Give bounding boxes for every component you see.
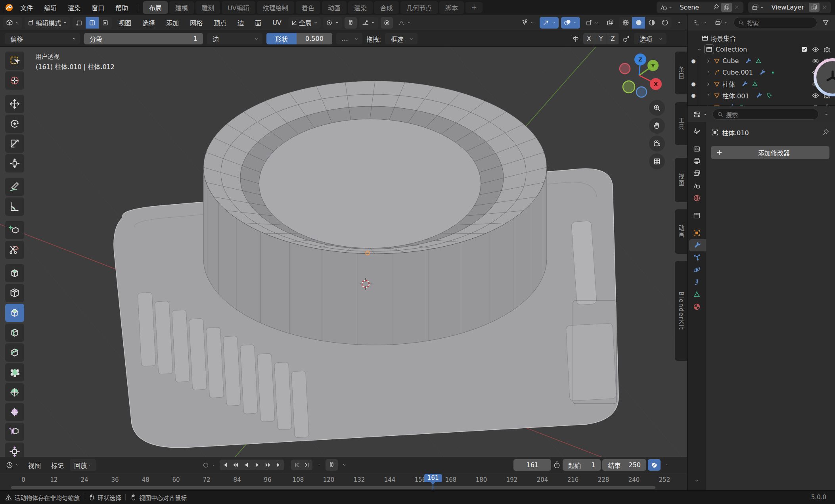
properties-tabs-overflow[interactable]: [688, 475, 706, 487]
start-frame-field[interactable]: 起始1: [563, 459, 601, 471]
properties-tab-scene[interactable]: [688, 180, 706, 192]
affect-dropdown[interactable]: 边: [207, 33, 262, 44]
shading-wireframe-button[interactable]: [619, 17, 632, 29]
scene-unlink-button[interactable]: [732, 4, 742, 11]
object-row-1[interactable]: ●Cube: [688, 55, 835, 67]
face-select-button[interactable]: [99, 17, 112, 29]
timeline-keying-button[interactable]: [648, 459, 661, 471]
viewport-menu-3[interactable]: 网格: [186, 17, 207, 29]
timeline-scrollbar[interactable]: [11, 486, 655, 489]
properties-pin-button[interactable]: [822, 128, 829, 136]
frame-step-dropdown[interactable]: [314, 459, 324, 471]
scene-name[interactable]: Scene: [675, 4, 711, 11]
tool-extrude[interactable]: [5, 264, 24, 282]
timeline-keying-dropdown[interactable]: [662, 459, 672, 471]
properties-tab-world[interactable]: [688, 192, 706, 204]
play-reverse-button[interactable]: [241, 460, 252, 470]
scene-pin-button[interactable]: [711, 4, 721, 11]
workspace-tab-7[interactable]: 渲染: [348, 1, 373, 14]
viewport-ortho-button[interactable]: [649, 153, 665, 169]
end-frame-field[interactable]: 结束250: [602, 459, 646, 471]
viewport-menu-4[interactable]: 顶点: [209, 17, 231, 29]
object-row-5[interactable]: [688, 101, 835, 105]
prev-frame-button[interactable]: [291, 460, 302, 470]
properties-tab-modifier[interactable]: [689, 239, 706, 251]
workspace-tab-3[interactable]: UV编辑: [222, 1, 255, 14]
tool-scale[interactable]: [5, 134, 24, 153]
vertex-select-button[interactable]: [73, 17, 86, 29]
options-dropdown[interactable]: 选项: [634, 33, 666, 44]
topbar-menu-1[interactable]: 编辑: [39, 2, 62, 13]
topbar-menu-2[interactable]: 渲染: [63, 2, 86, 13]
viewport-menu-1[interactable]: 选择: [138, 17, 159, 29]
properties-options-button[interactable]: [821, 109, 832, 120]
jump-to-start-button[interactable]: [220, 460, 230, 470]
timeline-ruler[interactable]: 0122436486072849610812013214415616818019…: [0, 473, 687, 490]
properties-tab-data[interactable]: [688, 288, 706, 301]
tool-rotate[interactable]: [5, 115, 24, 133]
workspace-tab-4[interactable]: 纹理绘制: [257, 1, 294, 14]
more-options-dropdown[interactable]: …: [336, 33, 362, 44]
axis-gizmo[interactable]: Z Y X: [611, 48, 671, 107]
workspace-tab-10[interactable]: 脚本: [439, 1, 464, 14]
blender-logo[interactable]: [4, 2, 14, 13]
object-row-4[interactable]: ●柱体.001: [688, 90, 835, 101]
timeline-snap-dropdown[interactable]: [339, 459, 349, 471]
side-tab-3[interactable]: 视图: [675, 158, 687, 202]
overlay-spheres-button[interactable]: [561, 17, 580, 29]
viewport-menu-5[interactable]: 边: [233, 17, 248, 29]
properties-editor-type-button[interactable]: [691, 109, 710, 120]
snap-toggle[interactable]: [345, 17, 357, 29]
tool-poly-build[interactable]: [5, 363, 24, 381]
viewlayer-name[interactable]: ViewLayer: [766, 4, 809, 11]
scene-type-button[interactable]: [658, 4, 675, 11]
shading-dropdown[interactable]: [674, 17, 684, 29]
properties-tab-viewlayer[interactable]: [688, 167, 706, 180]
mirror-axis-z[interactable]: Z: [607, 33, 619, 44]
object-row-2[interactable]: Cube.001: [688, 67, 835, 78]
prev-keyframe-button[interactable]: [230, 460, 241, 470]
timeline-menu-0[interactable]: 视图: [24, 459, 45, 471]
3d-viewport[interactable]: 用户透视 (161) 柱体.010 | 柱体.012 Z Y X 条目工具视图动…: [0, 47, 687, 457]
tool-rip[interactable]: [5, 241, 24, 259]
tool-cursor[interactable]: [5, 71, 24, 90]
side-tab-1[interactable]: 条目: [675, 52, 687, 94]
edge-select-button[interactable]: [86, 17, 99, 29]
playhead[interactable]: 161: [424, 474, 442, 482]
workspace-tab-9[interactable]: 几何节点: [400, 1, 438, 14]
tool-bevel[interactable]: [5, 304, 24, 322]
tool-knife[interactable]: [5, 343, 24, 362]
drag-mode-dropdown[interactable]: 框选: [385, 33, 418, 44]
shading-solid-button[interactable]: [632, 17, 645, 29]
workspace-tab-5[interactable]: 着色: [296, 1, 320, 14]
jump-to-end-button[interactable]: [273, 460, 284, 470]
pivot-selector[interactable]: [323, 17, 342, 29]
workspace-tab-2[interactable]: 雕刻: [195, 1, 220, 14]
vertex-box-button[interactable]: [582, 17, 601, 29]
outliner-display-mode-button[interactable]: [712, 17, 731, 29]
breadcrumb-object-name[interactable]: 柱体.010: [722, 128, 749, 137]
tool-shrink-fatten[interactable]: [5, 443, 24, 457]
object-row-3[interactable]: ●柱体: [688, 78, 835, 90]
tool-annotate[interactable]: [5, 178, 24, 196]
topbar-menu-4[interactable]: 帮助: [110, 2, 133, 13]
workspace-tab-0[interactable]: 布局: [143, 1, 168, 14]
outliner-filter-button[interactable]: [820, 17, 832, 29]
shading-material-button[interactable]: [645, 17, 658, 29]
play-button[interactable]: [252, 460, 262, 470]
tool-smooth[interactable]: [5, 403, 24, 421]
scene-new-button[interactable]: [721, 3, 732, 12]
xray-squares-button[interactable]: [604, 17, 617, 29]
gizmo-arrow-button[interactable]: [540, 17, 559, 29]
workspace-tab-11[interactable]: +: [465, 2, 483, 13]
viewport-pan-button[interactable]: [649, 118, 665, 134]
viewlayer-type-button[interactable]: [750, 4, 766, 11]
viewport-zoom-button[interactable]: [649, 100, 665, 116]
mirror-axis-y[interactable]: Y: [595, 33, 607, 44]
viewport-menu-0[interactable]: 视图: [114, 17, 136, 29]
timeline-menu-1[interactable]: 标记: [47, 459, 68, 471]
properties-tab-object[interactable]: [688, 227, 706, 239]
viewlayer-remove-button[interactable]: [820, 4, 829, 11]
workspace-tab-6[interactable]: 动画: [322, 1, 347, 14]
offset-dropdown[interactable]: 偏移: [5, 33, 80, 44]
